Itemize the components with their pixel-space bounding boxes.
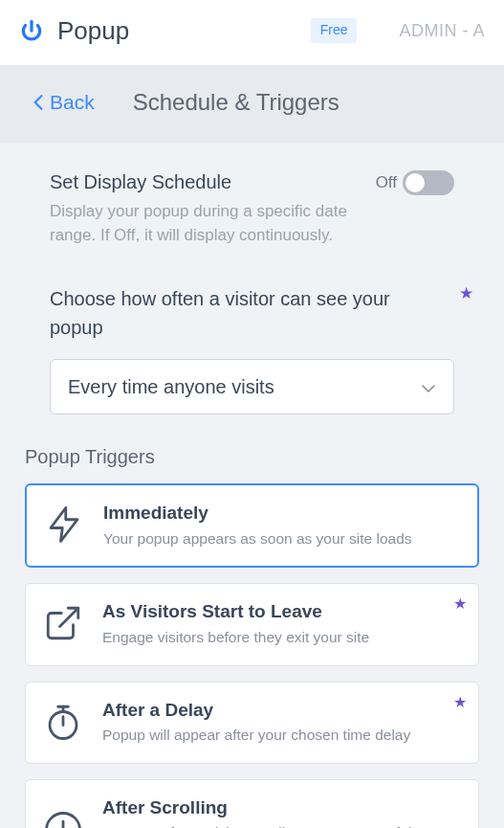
trigger-after-delay[interactable]: ★ After a Delay Popup will appear after … (25, 682, 479, 764)
lightning-icon (44, 504, 84, 545)
app-bar: Popup Free ADMIN - A (0, 0, 504, 65)
page-title: Schedule & Triggers (133, 86, 340, 119)
toggle-knob (405, 173, 425, 192)
frequency-title: Choose how often a visitor can see your … (50, 284, 454, 342)
back-button[interactable]: Back (33, 88, 95, 116)
trigger-after-scrolling[interactable]: After Scrolling Appears after a visitor … (25, 779, 479, 828)
trigger-description: Appears after a visitor scrolls a percen… (102, 822, 461, 828)
page-header: Back Schedule & Triggers (0, 65, 504, 144)
admin-label: ADMIN - A (399, 19, 485, 43)
trigger-immediately[interactable]: Immediately Your popup appears as soon a… (25, 483, 479, 568)
brand-logo-icon (19, 18, 44, 43)
display-schedule-row: Set Display Schedule Display your popup … (25, 168, 479, 248)
trigger-description: Your popup appears as soon as your site … (103, 528, 460, 549)
trigger-title: Immediately (103, 501, 460, 526)
chevron-down-icon (421, 373, 436, 400)
schedule-title: Set Display Schedule (50, 168, 357, 195)
content-area: Set Display Schedule Display your popup … (0, 144, 504, 828)
brand-name: Popup (57, 13, 129, 48)
trigger-title: After Scrolling (102, 795, 461, 821)
star-icon: ★ (453, 593, 467, 615)
frequency-selected: Every time anyone visits (68, 373, 274, 400)
stopwatch-icon (43, 702, 83, 742)
toggle-state-label: Off (376, 171, 397, 194)
svg-marker-0 (51, 508, 77, 542)
star-icon: ★ (453, 692, 467, 713)
trigger-title: As Visitors Start to Leave (102, 599, 461, 625)
schedule-description: Display your popup during a specific dat… (50, 199, 357, 248)
trigger-description: Engage visitors before they exit your si… (102, 627, 461, 648)
triggers-section-label: Popup Triggers (25, 443, 479, 470)
trigger-title: After a Delay (102, 698, 461, 724)
plan-badge: Free (311, 18, 358, 43)
frequency-select[interactable]: Every time anyone visits (50, 359, 454, 414)
arrow-down-circle-icon (43, 810, 83, 828)
chevron-left-icon (33, 94, 44, 111)
schedule-toggle[interactable] (403, 170, 454, 195)
frequency-block: ★ Choose how often a visitor can see you… (25, 248, 479, 414)
back-label: Back (50, 88, 95, 116)
trigger-exit-intent[interactable]: ★ As Visitors Start to Leave Engage visi… (25, 583, 479, 665)
star-icon: ★ (459, 282, 473, 305)
svg-line-1 (60, 609, 78, 627)
external-link-icon (43, 603, 83, 643)
trigger-description: Popup will appear after your chosen time… (102, 725, 461, 746)
